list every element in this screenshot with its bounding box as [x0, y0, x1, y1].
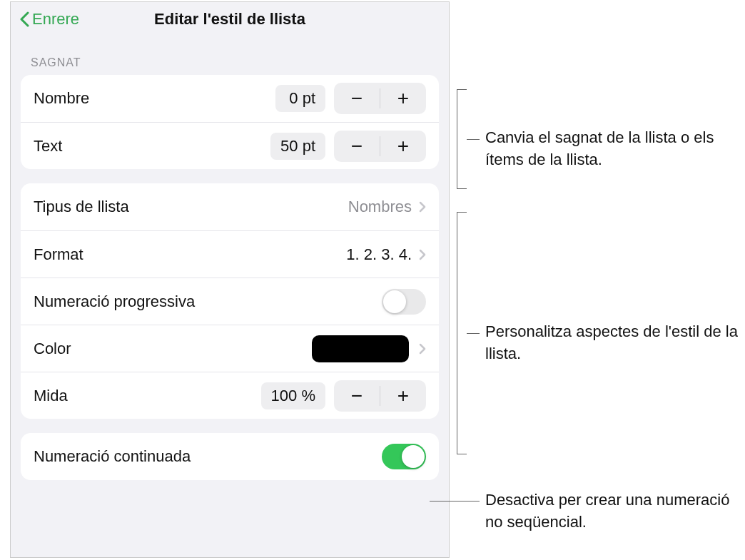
row-indent-number: Nombre 0 pt − +: [21, 75, 439, 122]
callout-text-3: Desactiva per crear una numeració no seq…: [485, 489, 742, 534]
minus-button[interactable]: −: [334, 131, 380, 162]
label-progressive: Numeració progressiva: [34, 292, 382, 311]
row-color[interactable]: Color: [21, 325, 439, 372]
panel-header: Enrere Editar l'estil de llista: [11, 2, 449, 36]
row-list-type[interactable]: Tipus de llista Nombres: [21, 183, 439, 230]
row-indent-text: Text 50 pt − +: [21, 122, 439, 169]
chevron-left-icon: [19, 11, 29, 27]
settings-panel: Enrere Editar l'estil de llista Sagnat N…: [10, 1, 450, 558]
label-color: Color: [34, 340, 312, 358]
value-format: 1. 2. 3. 4.: [346, 245, 412, 264]
callout-line-3: [430, 501, 480, 502]
label-indent-number: Nombre: [34, 89, 275, 108]
toggle-continued[interactable]: [382, 444, 426, 469]
card-continued: Numeració continuada: [21, 433, 439, 480]
section-header-indent: Sagnat: [11, 36, 449, 75]
toggle-knob: [383, 290, 406, 313]
callout-text-1: Canvia el sagnat de la llista o els ítem…: [485, 127, 742, 171]
minus-button[interactable]: −: [334, 83, 380, 114]
value-indent-text[interactable]: 50 pt: [270, 133, 325, 160]
row-size: Mida 100 % − +: [21, 372, 439, 419]
minus-button[interactable]: −: [334, 380, 380, 412]
callout-bracket-2: [457, 212, 467, 454]
toggle-knob: [402, 445, 425, 468]
color-swatch[interactable]: [312, 335, 409, 362]
plus-button[interactable]: +: [380, 131, 426, 162]
callout-line-2: [467, 333, 480, 334]
row-format[interactable]: Format 1. 2. 3. 4.: [21, 230, 439, 278]
back-label: Enrere: [32, 10, 79, 29]
plus-button[interactable]: +: [380, 83, 426, 114]
card-style: Tipus de llista Nombres Format 1. 2. 3. …: [21, 183, 439, 419]
row-progressive: Numeració progressiva: [21, 278, 439, 325]
stepper-indent-text: − +: [334, 131, 426, 162]
stepper-indent-number: − +: [334, 83, 426, 114]
chevron-right-icon: [419, 249, 426, 260]
value-list-type: Nombres: [348, 198, 412, 216]
value-size[interactable]: 100 %: [261, 382, 325, 409]
label-format: Format: [34, 245, 346, 264]
back-button[interactable]: Enrere: [19, 10, 79, 29]
callout-line-1: [467, 139, 480, 140]
chevron-right-icon: [419, 343, 426, 355]
callout-text-2: Personalitza aspectes de l'estil de la l…: [485, 321, 742, 365]
label-list-type: Tipus de llista: [34, 198, 348, 216]
toggle-progressive[interactable]: [382, 289, 426, 315]
row-continued: Numeració continuada: [21, 433, 439, 480]
chevron-right-icon: [419, 201, 426, 213]
callout-bracket-1: [457, 89, 467, 189]
label-indent-text: Text: [34, 137, 270, 156]
label-size: Mida: [34, 387, 261, 405]
card-indent: Nombre 0 pt − + Text 50 pt − +: [21, 75, 439, 169]
value-indent-number[interactable]: 0 pt: [275, 85, 325, 112]
label-continued: Numeració continuada: [34, 447, 382, 466]
stepper-size: − +: [334, 380, 426, 412]
plus-button[interactable]: +: [380, 380, 426, 412]
